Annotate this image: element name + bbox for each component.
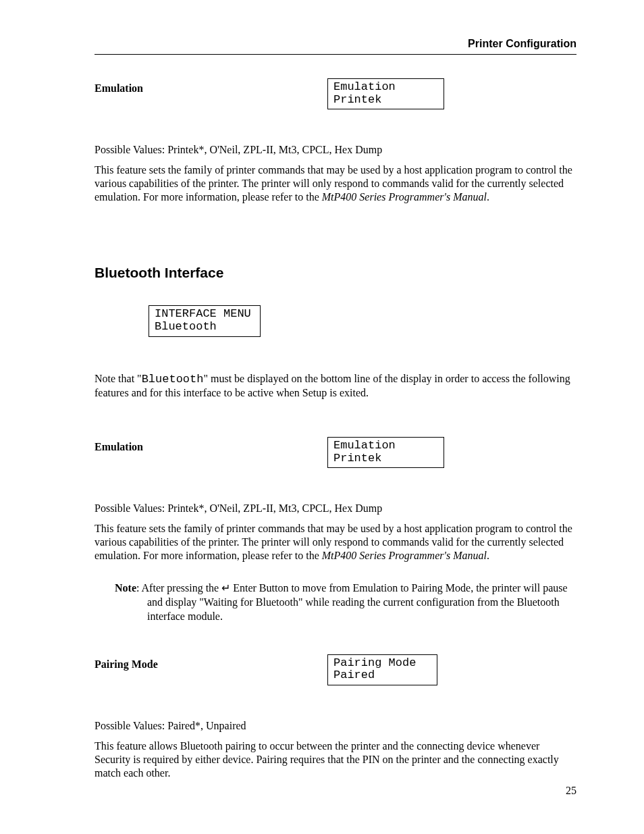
- possible-values-emulation-1: Possible Values: Printek*, O'Neil, ZPL-I…: [95, 143, 576, 157]
- page-header: Printer Configuration: [95, 38, 576, 53]
- header-divider: [95, 54, 576, 55]
- page-number: 25: [566, 785, 576, 797]
- lcd-display-pairing-mode: Pairing Mode Paired: [327, 654, 437, 685]
- possible-values-emulation-2: Possible Values: Printek*, O'Neil, ZPL-I…: [95, 502, 576, 515]
- field-label-emulation-2: Emulation: [95, 437, 327, 453]
- mono-bluetooth: Bluetooth: [142, 373, 204, 386]
- field-row-pairing-mode: Pairing Mode Pairing Mode Paired: [95, 654, 576, 685]
- manual-reference: MtP400 Series Programmer's Manual: [322, 550, 487, 561]
- lcd-line: Printek: [333, 94, 438, 107]
- enter-icon: ↵: [221, 582, 230, 594]
- description-emulation-2: This feature sets the family of printer …: [95, 522, 576, 563]
- description-pairing: This feature allows Bluetooth pairing to…: [95, 739, 576, 780]
- lcd-line: Paired: [333, 669, 431, 682]
- lcd-wrap-interface-menu: INTERFACE MENU Bluetooth: [149, 305, 576, 336]
- lcd-line: INTERFACE MENU: [155, 308, 254, 321]
- field-row-emulation-1: Emulation Emulation Printek: [95, 78, 576, 109]
- lcd-display-emulation-2: Emulation Printek: [327, 437, 444, 468]
- lcd-line: Emulation: [333, 81, 438, 94]
- note-block: Note: After pressing the ↵ Enter Button …: [95, 581, 576, 623]
- page: Printer Configuration Emulation Emulatio…: [0, 0, 644, 834]
- lcd-display-interface-menu: INTERFACE MENU Bluetooth: [149, 305, 261, 336]
- field-label-pairing-mode: Pairing Mode: [95, 654, 327, 671]
- manual-reference: MtP400 Series Programmer's Manual: [322, 191, 487, 203]
- lcd-line: Emulation: [333, 440, 438, 452]
- note-label: Note: [115, 582, 136, 594]
- description-emulation-1: This feature sets the family of printer …: [95, 163, 576, 204]
- field-row-emulation-2: Emulation Emulation Printek: [95, 437, 576, 468]
- section-heading-bluetooth: Bluetooth Interface: [95, 265, 576, 281]
- possible-values-pairing: Possible Values: Paired*, Unpaired: [95, 719, 576, 733]
- lcd-line: Pairing Mode: [333, 657, 431, 670]
- field-label-emulation-1: Emulation: [95, 78, 327, 95]
- page-content: Emulation Emulation Printek Possible Val…: [95, 78, 576, 780]
- lcd-display-emulation-1: Emulation Printek: [327, 78, 444, 109]
- lcd-line: Printek: [333, 452, 438, 465]
- header-title: Printer Configuration: [468, 38, 576, 49]
- lcd-line: Bluetooth: [155, 321, 254, 334]
- bluetooth-display-note: Note that "Bluetooth" must be displayed …: [95, 372, 576, 400]
